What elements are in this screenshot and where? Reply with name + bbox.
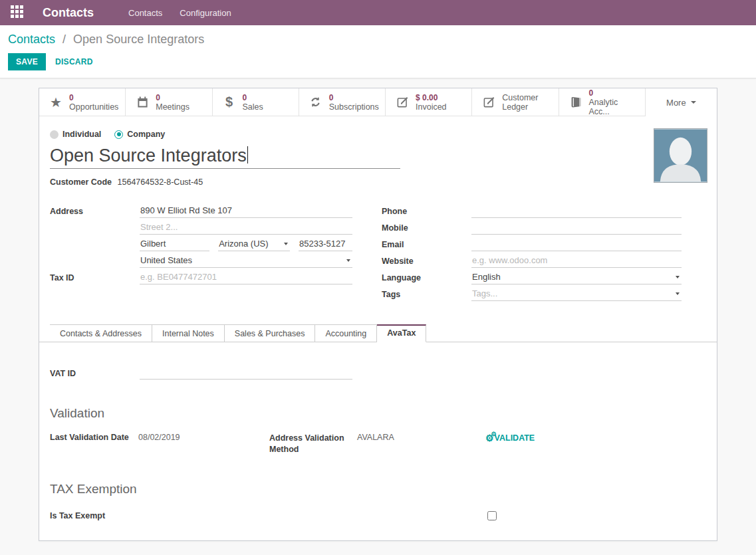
language-label: Language xyxy=(382,273,471,284)
customer-code-value: 1564764532-8-Cust-45 xyxy=(118,177,203,187)
tab-sales-purchases[interactable]: Sales & Purchases xyxy=(225,324,316,342)
company-avatar[interactable] xyxy=(654,128,707,183)
address-label: Address xyxy=(50,207,140,218)
zip-input[interactable]: 85233-5127 xyxy=(299,237,352,251)
apps-grid-icon[interactable] xyxy=(11,5,25,20)
book-icon xyxy=(568,96,583,108)
breadcrumb-parent[interactable]: Contacts xyxy=(8,33,55,46)
validate-button[interactable]: ⚙⚙ VALIDATE xyxy=(485,433,535,443)
vat-id-input[interactable] xyxy=(140,366,352,380)
street2-input[interactable]: Street 2... xyxy=(140,221,352,235)
tab-internal-notes[interactable]: Internal Notes xyxy=(152,324,225,342)
tab-avatax[interactable]: AvaTax xyxy=(377,324,426,342)
breadcrumb-current: Open Source Integrators xyxy=(73,33,204,46)
radio-individual-label: Individual xyxy=(63,130,101,139)
nav-menu-contacts[interactable]: Contacts xyxy=(128,8,162,18)
stat-value: 0 xyxy=(69,93,118,102)
website-input[interactable]: e.g. www.odoo.com xyxy=(471,254,682,268)
stat-value: 0 xyxy=(243,93,263,102)
form-sheet: ★ 0 Opportunities 0 Meetings $ 0 xyxy=(39,88,717,541)
tax-exemption-section-title: TAX Exemption xyxy=(50,482,706,497)
radio-circle-icon xyxy=(114,130,123,139)
phone-label: Phone xyxy=(382,207,471,218)
customer-code-label: Customer Code xyxy=(50,177,112,187)
mobile-input[interactable] xyxy=(471,221,682,235)
address-column: Address 890 W Elliot Rd Ste 107 Street 2… xyxy=(50,204,352,304)
form-area: ★ 0 Opportunities 0 Meetings $ 0 xyxy=(0,78,756,541)
record-name-text: Open Source Integrators xyxy=(50,146,247,166)
chevron-down-icon xyxy=(284,243,288,245)
stat-button-box: ★ 0 Opportunities 0 Meetings $ 0 xyxy=(39,88,717,116)
language-select[interactable]: English xyxy=(471,271,682,284)
breadcrumb: Contacts / Open Source Integrators xyxy=(8,33,748,47)
more-button[interactable]: More xyxy=(646,88,717,116)
state-select[interactable]: Arizona (US) xyxy=(218,237,290,251)
text-cursor xyxy=(247,146,249,164)
nav-menu-configuration[interactable]: Configuration xyxy=(180,8,231,18)
stat-button-subscriptions[interactable]: 0 Subscriptions xyxy=(299,88,386,116)
radio-circle-icon xyxy=(50,130,59,139)
stat-button-sales[interactable]: $ 0 Sales xyxy=(213,88,299,116)
avatax-tab-page: VAT ID Validation Last Validation Date 0… xyxy=(39,366,717,540)
tab-accounting[interactable]: Accounting xyxy=(315,324,377,342)
cogs-icon: ⚙⚙ xyxy=(485,433,494,443)
discard-button[interactable]: DISCARD xyxy=(55,57,93,66)
notebook-tabbar: Contacts & Addresses Internal Notes Sale… xyxy=(39,324,717,342)
address-validation-method-label: Address Validation Method xyxy=(269,433,357,455)
stat-button-invoiced[interactable]: $ 0.00 Invoiced xyxy=(386,88,472,116)
validation-section-title: Validation xyxy=(50,406,706,421)
stat-button-analytic-accounts[interactable]: 0 Analytic Acc... xyxy=(559,88,646,116)
calendar-icon xyxy=(135,96,150,108)
breadcrumb-separator: / xyxy=(63,33,66,46)
stat-label: Sales xyxy=(243,102,263,112)
language-value: English xyxy=(472,272,501,282)
country-select[interactable]: United States xyxy=(140,254,352,268)
country-value: United States xyxy=(140,255,192,265)
tags-label: Tags xyxy=(382,290,471,301)
website-label: Website xyxy=(382,257,471,268)
chevron-down-icon xyxy=(676,292,680,295)
customer-code-row: Customer Code 1564764532-8-Cust-45 xyxy=(50,177,706,187)
more-button-label: More xyxy=(666,98,686,108)
tab-contacts-addresses[interactable]: Contacts & Addresses xyxy=(50,324,152,342)
app-title[interactable]: Contacts xyxy=(43,6,94,20)
company-type-selector: Individual Company xyxy=(50,130,706,139)
phone-input[interactable] xyxy=(471,205,682,218)
street-input[interactable]: 890 W Elliot Rd Ste 107 xyxy=(140,204,352,218)
email-label: Email xyxy=(382,240,471,251)
is-tax-exempt-label: Is Tax Exempt xyxy=(50,511,487,520)
stat-label: Subscriptions xyxy=(329,102,379,112)
stat-button-customer-ledger[interactable]: Customer Ledger xyxy=(472,88,559,116)
tags-placeholder: Tags... xyxy=(472,288,497,298)
stat-label: Customer Ledger xyxy=(502,93,553,112)
save-button[interactable]: SAVE xyxy=(8,53,46,70)
radio-company-label: Company xyxy=(127,130,165,139)
tax-id-input[interactable]: e.g. BE0477472701 xyxy=(140,271,352,284)
radio-individual[interactable]: Individual xyxy=(50,130,101,139)
is-tax-exempt-checkbox[interactable] xyxy=(487,511,497,520)
tags-input[interactable]: Tags... xyxy=(471,287,682,301)
pencil-square-icon xyxy=(395,96,410,108)
email-input[interactable] xyxy=(471,238,682,251)
record-name-input[interactable]: Open Source Integrators xyxy=(50,146,400,169)
zip-value: 85233-5127 xyxy=(299,239,345,249)
last-validation-date-label: Last Validation Date xyxy=(50,433,138,442)
star-icon: ★ xyxy=(49,94,63,110)
address-validation-method-value: AVALARA xyxy=(357,433,485,442)
street2-placeholder: Street 2... xyxy=(140,222,178,232)
stat-label: Opportunities xyxy=(69,102,118,112)
city-input[interactable]: Gilbert xyxy=(140,237,209,251)
radio-company[interactable]: Company xyxy=(114,130,165,139)
street-value: 890 W Elliot Rd Ste 107 xyxy=(140,205,232,215)
website-placeholder: e.g. www.odoo.com xyxy=(472,255,547,265)
chevron-down-icon xyxy=(676,276,680,278)
mobile-label: Mobile xyxy=(382,223,471,235)
stat-button-opportunities[interactable]: ★ 0 Opportunities xyxy=(39,88,126,116)
stat-button-meetings[interactable]: 0 Meetings xyxy=(126,88,212,116)
tax-id-label: Tax ID xyxy=(50,273,140,284)
nav-menu: Contacts Configuration xyxy=(128,8,231,18)
stat-value: $ 0.00 xyxy=(416,93,447,102)
validate-button-label: VALIDATE xyxy=(495,433,535,443)
contact-column: Phone Mobile Email Website e.g. www.odoo… xyxy=(382,204,682,304)
stat-value: 0 xyxy=(589,88,640,98)
